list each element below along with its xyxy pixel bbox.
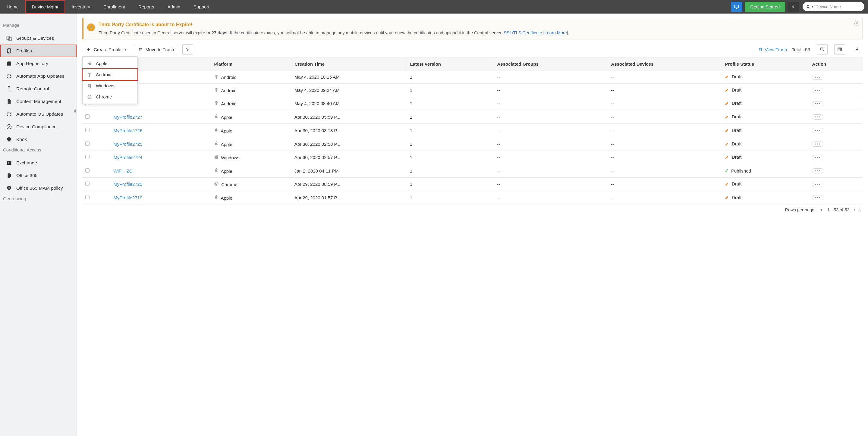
alert-close-icon[interactable]: ✕: [855, 21, 859, 26]
row-checkbox[interactable]: [85, 195, 90, 199]
nav-inventory[interactable]: Inventory: [65, 0, 97, 13]
row-actions-button[interactable]: •••: [812, 75, 824, 80]
row-checkbox[interactable]: [85, 128, 90, 132]
draft-icon: [725, 195, 730, 200]
row-actions-button[interactable]: •••: [812, 114, 824, 120]
row-actions-button[interactable]: •••: [812, 182, 824, 187]
nav-reports[interactable]: Reports: [132, 0, 161, 13]
trash-icon: [138, 47, 143, 52]
row-checkbox[interactable]: [85, 141, 90, 146]
sidebar-item-automate-app-updates[interactable]: Automate App Updates: [0, 70, 76, 82]
table-search-button[interactable]: [817, 44, 828, 55]
sidebar-item-office-365[interactable]: Office 365: [0, 169, 76, 182]
dropdown-item-chrome[interactable]: Chrome: [83, 91, 137, 102]
platform-label: Android: [221, 88, 237, 93]
profile-name-link[interactable]: WiFi - ZC: [113, 168, 132, 173]
table-row: MyProfile2724 WindowsApr 30, 2020 02:57 …: [82, 151, 863, 164]
nav-home[interactable]: Home: [0, 0, 25, 13]
col-creation-time[interactable]: Creation Time: [291, 58, 407, 70]
profile-name-link[interactable]: MyProfile2724: [113, 155, 142, 160]
row-actions-button[interactable]: •••: [812, 128, 824, 133]
draft-icon: [725, 141, 730, 146]
platform-icon: [214, 127, 218, 133]
sidebar-item-profiles[interactable]: Profiles: [0, 44, 76, 57]
assoc-devices: --: [608, 70, 722, 84]
nav-enrollment[interactable]: Enrollment: [97, 0, 132, 13]
col-latest-version[interactable]: Latest Version: [407, 58, 494, 70]
sidebar-collapse-handle[interactable]: ◂▮: [73, 108, 76, 113]
knox-icon: [6, 136, 12, 142]
row-actions-button[interactable]: •••: [812, 168, 824, 173]
filter-button[interactable]: [182, 44, 193, 55]
platform-icon: [214, 74, 219, 79]
creation-time: Apr 30, 2020 02:57 P...: [291, 151, 407, 164]
sidebar-item-app-repository[interactable]: App Repository: [0, 57, 76, 70]
download-button[interactable]: [852, 44, 863, 55]
sidebar-item-groups-devices[interactable]: Groups & Devices: [0, 32, 76, 44]
view-trash-link[interactable]: View Trash: [758, 47, 787, 52]
profile-name-link[interactable]: MyProfile2719: [113, 195, 142, 200]
nav-support[interactable]: Support: [187, 0, 216, 13]
col-assoc-devices[interactable]: Associated Devices: [608, 58, 722, 70]
dropdown-item-windows[interactable]: Windows: [83, 80, 137, 91]
draft-icon: [725, 114, 730, 119]
groups-devices-icon: [6, 35, 12, 41]
platform-label: Apple: [221, 128, 232, 133]
page-next[interactable]: ›: [859, 207, 861, 212]
device-search[interactable]: ▾: [803, 2, 864, 11]
row-actions-button[interactable]: •••: [812, 101, 824, 106]
sidebar-item-exchange[interactable]: EExchange: [0, 157, 76, 169]
sidebar-item-content-management[interactable]: Content Management: [0, 95, 76, 108]
sidebar-item-automate-os-updates[interactable]: Automate OS Updates: [0, 108, 76, 121]
row-actions-button[interactable]: •••: [812, 195, 824, 200]
dropdown-item-android[interactable]: Android: [83, 69, 137, 80]
profile-name-link[interactable]: MyProfile2727: [113, 114, 142, 120]
row-actions-button[interactable]: •••: [812, 155, 824, 160]
search-input[interactable]: [815, 4, 861, 9]
rows-per-page-select[interactable]: ▼: [820, 208, 823, 212]
col-assoc-groups[interactable]: Associated Groups: [494, 58, 608, 70]
assoc-devices: --: [608, 137, 722, 151]
office365-icon: [6, 172, 12, 178]
row-checkbox[interactable]: [85, 168, 90, 172]
pagination: Rows per page: ▼ 1 - 53 of 53 ‹ ›: [77, 204, 868, 216]
profile-name-link[interactable]: MyProfile2726: [113, 128, 142, 133]
nav-device-mgmt[interactable]: Device Mgmt: [25, 0, 65, 13]
dropdown-item-apple[interactable]: Apple: [83, 58, 137, 69]
sidebar-item-label: Device Compliance: [16, 124, 57, 130]
rows-per-page-label: Rows per page:: [785, 207, 816, 212]
svg-point-1: [807, 5, 809, 7]
platform-icon: [214, 195, 218, 200]
getting-started-button[interactable]: Getting Started: [745, 2, 785, 12]
move-to-trash-button[interactable]: Move to Trash: [134, 45, 178, 54]
profile-name-link[interactable]: MyProfile2725: [113, 141, 142, 147]
row-checkbox[interactable]: [85, 181, 90, 186]
ssl-link[interactable]: SSL/TLS Certificate: [504, 30, 542, 35]
search-scope-icon[interactable]: ▾: [806, 4, 814, 9]
learn-more-link[interactable]: Learn More: [545, 30, 567, 35]
assoc-devices: --: [608, 164, 722, 178]
profile-status: Draft: [725, 195, 742, 200]
sidebar-item-label: Automate OS Updates: [16, 111, 63, 117]
page-prev[interactable]: ‹: [854, 207, 855, 212]
platform-icon: [214, 168, 218, 173]
nav-admin[interactable]: Admin: [161, 0, 187, 13]
profile-name-link[interactable]: MyProfile2721: [113, 181, 142, 187]
col-profile-status[interactable]: Profile Status: [722, 58, 809, 70]
creation-time: Apr 29, 2020 01:57 P...: [291, 191, 407, 204]
row-actions-button[interactable]: •••: [812, 88, 824, 93]
row-checkbox[interactable]: [85, 114, 90, 119]
sidebar-item-device-compliance[interactable]: Device Compliance: [0, 121, 76, 133]
col-action[interactable]: Action: [809, 58, 863, 70]
col-platform[interactable]: Platform: [211, 58, 291, 70]
row-checkbox[interactable]: [85, 155, 90, 159]
sidebar-item-office-365-mam-policy[interactable]: Office 365 MAM policy: [0, 182, 76, 195]
assoc-groups: --: [494, 191, 608, 204]
row-actions-button[interactable]: •••: [812, 141, 824, 147]
remote-screen-icon[interactable]: [731, 2, 742, 12]
lightning-icon[interactable]: [787, 2, 799, 12]
table-columns-button[interactable]: [834, 44, 845, 55]
sidebar-item-remote-control[interactable]: Remote Control: [0, 82, 76, 95]
sidebar-item-knox[interactable]: Knox: [0, 133, 76, 146]
create-profile-button[interactable]: Create Profile ▼: [82, 45, 131, 54]
